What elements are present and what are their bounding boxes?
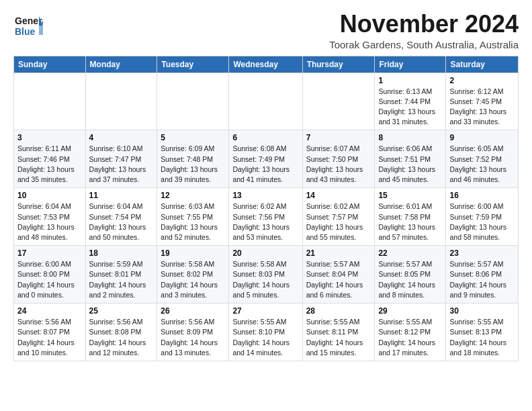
day-info: Sunrise: 6:04 AMSunset: 7:54 PMDaylight:… (89, 201, 154, 242)
day-number: 8 (378, 133, 442, 142)
day-info: Sunrise: 6:10 AMSunset: 7:47 PMDaylight:… (89, 144, 154, 185)
calendar-header-cell: Sunday (14, 56, 86, 73)
day-info: Sunrise: 5:59 AMSunset: 8:01 PMDaylight:… (89, 259, 154, 300)
calendar-cell: 6Sunrise: 6:08 AMSunset: 7:49 PMDaylight… (229, 130, 302, 188)
day-info: Sunrise: 6:02 AMSunset: 7:56 PMDaylight:… (232, 201, 298, 242)
calendar-cell: 5Sunrise: 6:09 AMSunset: 7:48 PMDaylight… (157, 130, 229, 188)
day-info: Sunrise: 5:55 AMSunset: 8:11 PMDaylight:… (306, 317, 371, 358)
calendar-cell: 19Sunrise: 5:58 AMSunset: 8:02 PMDayligh… (157, 246, 229, 304)
day-number: 11 (89, 191, 154, 200)
day-info: Sunrise: 6:04 AMSunset: 7:53 PMDaylight:… (17, 201, 82, 242)
calendar-cell: 12Sunrise: 6:03 AMSunset: 7:55 PMDayligh… (157, 188, 229, 246)
calendar-cell: 30Sunrise: 5:55 AMSunset: 8:13 PMDayligh… (446, 304, 519, 361)
day-number: 25 (89, 306, 154, 316)
calendar-cell: 29Sunrise: 5:55 AMSunset: 8:12 PMDayligh… (375, 304, 446, 361)
title-block: November 2024 Toorak Gardens, South Aust… (329, 11, 519, 50)
day-info: Sunrise: 5:58 AMSunset: 8:03 PMDaylight:… (232, 259, 298, 300)
calendar-cell: 28Sunrise: 5:55 AMSunset: 8:11 PMDayligh… (302, 304, 375, 361)
calendar-cell: 25Sunrise: 5:56 AMSunset: 8:08 PMDayligh… (85, 304, 157, 361)
day-number: 30 (449, 306, 515, 316)
page: General Blue November 2024 Toorak Garden… (0, 0, 532, 372)
calendar-header-cell: Thursday (302, 56, 375, 73)
calendar-header-cell: Friday (375, 56, 446, 73)
calendar-week-row: 1Sunrise: 6:13 AMSunset: 7:44 PMDaylight… (14, 73, 519, 130)
svg-text:General: General (15, 15, 43, 26)
day-number: 24 (17, 306, 82, 316)
calendar-cell: 17Sunrise: 6:00 AMSunset: 8:00 PMDayligh… (14, 246, 86, 304)
calendar-cell (157, 73, 229, 130)
calendar-cell (85, 73, 157, 130)
day-info: Sunrise: 5:56 AMSunset: 8:07 PMDaylight:… (17, 317, 82, 358)
calendar-cell (14, 73, 86, 130)
calendar-cell: 3Sunrise: 6:11 AMSunset: 7:46 PMDaylight… (14, 130, 86, 188)
day-info: Sunrise: 6:06 AMSunset: 7:51 PMDaylight:… (378, 144, 442, 185)
day-number: 4 (89, 133, 154, 142)
logo: General Blue (13, 11, 43, 43)
calendar-cell: 26Sunrise: 5:56 AMSunset: 8:09 PMDayligh… (157, 304, 229, 361)
calendar-cell (302, 73, 375, 130)
logo-icon: General Blue (13, 11, 43, 40)
day-info: Sunrise: 6:07 AMSunset: 7:50 PMDaylight:… (306, 144, 371, 185)
day-info: Sunrise: 6:13 AMSunset: 7:44 PMDaylight:… (378, 87, 442, 128)
calendar-cell: 7Sunrise: 6:07 AMSunset: 7:50 PMDaylight… (302, 130, 375, 188)
calendar-week-row: 3Sunrise: 6:11 AMSunset: 7:46 PMDaylight… (14, 130, 519, 188)
day-info: Sunrise: 6:00 AMSunset: 8:00 PMDaylight:… (17, 259, 82, 300)
day-number: 27 (232, 306, 298, 316)
calendar-cell: 22Sunrise: 5:57 AMSunset: 8:05 PMDayligh… (375, 246, 446, 304)
day-number: 10 (17, 191, 82, 200)
day-number: 17 (17, 248, 82, 258)
day-number: 15 (378, 191, 442, 200)
day-number: 13 (232, 191, 298, 200)
calendar-header-cell: Saturday (446, 56, 519, 73)
day-number: 14 (306, 191, 371, 200)
calendar-cell: 14Sunrise: 6:02 AMSunset: 7:57 PMDayligh… (302, 188, 375, 246)
calendar-cell: 18Sunrise: 5:59 AMSunset: 8:01 PMDayligh… (85, 246, 157, 304)
calendar-week-row: 24Sunrise: 5:56 AMSunset: 8:07 PMDayligh… (14, 304, 519, 361)
svg-text:Blue: Blue (15, 26, 36, 37)
calendar-cell: 20Sunrise: 5:58 AMSunset: 8:03 PMDayligh… (229, 246, 302, 304)
day-info: Sunrise: 6:09 AMSunset: 7:48 PMDaylight:… (161, 144, 225, 185)
calendar-cell: 8Sunrise: 6:06 AMSunset: 7:51 PMDaylight… (375, 130, 446, 188)
day-info: Sunrise: 6:03 AMSunset: 7:55 PMDaylight:… (161, 201, 225, 242)
day-number: 5 (161, 133, 225, 142)
day-info: Sunrise: 5:58 AMSunset: 8:02 PMDaylight:… (161, 259, 225, 300)
day-number: 6 (232, 133, 298, 142)
calendar-body: 1Sunrise: 6:13 AMSunset: 7:44 PMDaylight… (14, 73, 519, 361)
day-info: Sunrise: 6:05 AMSunset: 7:52 PMDaylight:… (449, 144, 515, 185)
day-info: Sunrise: 5:57 AMSunset: 8:04 PMDaylight:… (306, 259, 371, 300)
day-number: 26 (161, 306, 225, 316)
month-title: November 2024 (329, 11, 519, 38)
calendar-week-row: 10Sunrise: 6:04 AMSunset: 7:53 PMDayligh… (14, 188, 519, 246)
calendar-cell: 13Sunrise: 6:02 AMSunset: 7:56 PMDayligh… (229, 188, 302, 246)
day-number: 1 (378, 76, 442, 85)
day-info: Sunrise: 6:01 AMSunset: 7:58 PMDaylight:… (378, 201, 442, 242)
header: General Blue November 2024 Toorak Garden… (13, 11, 519, 50)
calendar-header-cell: Tuesday (157, 56, 229, 73)
day-info: Sunrise: 5:55 AMSunset: 8:12 PMDaylight:… (378, 317, 442, 358)
day-number: 16 (449, 191, 515, 200)
day-info: Sunrise: 6:02 AMSunset: 7:57 PMDaylight:… (306, 201, 371, 242)
svg-marker-3 (39, 26, 43, 35)
calendar-cell: 10Sunrise: 6:04 AMSunset: 7:53 PMDayligh… (14, 188, 86, 246)
calendar-week-row: 17Sunrise: 6:00 AMSunset: 8:00 PMDayligh… (14, 246, 519, 304)
calendar-table: SundayMondayTuesdayWednesdayThursdayFrid… (13, 56, 519, 361)
calendar-cell: 2Sunrise: 6:12 AMSunset: 7:45 PMDaylight… (446, 73, 519, 130)
calendar-cell: 24Sunrise: 5:56 AMSunset: 8:07 PMDayligh… (14, 304, 86, 361)
day-info: Sunrise: 5:56 AMSunset: 8:09 PMDaylight:… (161, 317, 225, 358)
day-number: 20 (232, 248, 298, 258)
calendar-cell: 27Sunrise: 5:55 AMSunset: 8:10 PMDayligh… (229, 304, 302, 361)
day-number: 18 (89, 248, 154, 258)
day-number: 9 (449, 133, 515, 142)
day-number: 29 (378, 306, 442, 316)
calendar-header-cell: Wednesday (229, 56, 302, 73)
calendar-header-row: SundayMondayTuesdayWednesdayThursdayFrid… (14, 56, 519, 73)
calendar-cell: 1Sunrise: 6:13 AMSunset: 7:44 PMDaylight… (375, 73, 446, 130)
day-info: Sunrise: 5:55 AMSunset: 8:10 PMDaylight:… (232, 317, 298, 358)
day-number: 12 (161, 191, 225, 200)
day-info: Sunrise: 6:12 AMSunset: 7:45 PMDaylight:… (449, 87, 515, 128)
location-subtitle: Toorak Gardens, South Australia, Austral… (329, 39, 519, 50)
day-number: 23 (449, 248, 515, 258)
calendar-cell: 15Sunrise: 6:01 AMSunset: 7:58 PMDayligh… (375, 188, 446, 246)
calendar-cell: 21Sunrise: 5:57 AMSunset: 8:04 PMDayligh… (302, 246, 375, 304)
calendar-cell: 9Sunrise: 6:05 AMSunset: 7:52 PMDaylight… (446, 130, 519, 188)
